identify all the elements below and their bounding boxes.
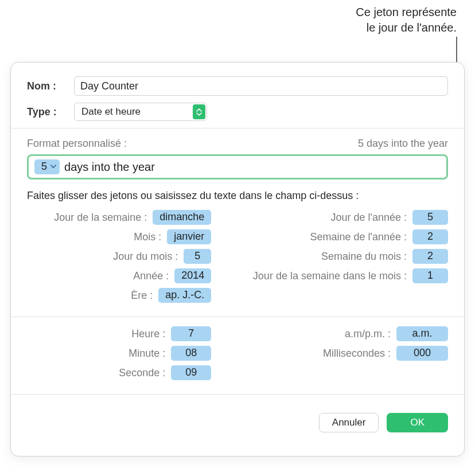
format-token-day-of-year[interactable]: 5: [34, 159, 60, 174]
date-tokens-right: Jour de l'année : 5 Semaine de l'année :…: [223, 210, 448, 303]
token-label: Semaine du mois :: [223, 251, 407, 263]
token-row-day-of-month: Jour du mois : 5: [27, 249, 211, 264]
token-label: Jour du mois :: [27, 251, 178, 263]
token-label: Heure :: [27, 328, 165, 340]
token-month[interactable]: janvier: [167, 229, 211, 244]
date-tokens-area: Jour de la semaine : dimanche Mois : jan…: [11, 210, 464, 312]
format-literal-text: days into the year: [64, 161, 155, 174]
token-row-second: Seconde : 09: [27, 365, 211, 380]
time-tokens-left: Heure : 7 Minute : 08 Seconde : 09: [27, 326, 211, 380]
token-day-of-month[interactable]: 5: [184, 249, 211, 264]
token-row-hour: Heure : 7: [27, 326, 211, 341]
dialog-window: Nom : Type : Date et heure Format person…: [10, 62, 465, 457]
format-label: Format personnalisé :: [27, 138, 127, 150]
name-label: Nom :: [27, 80, 74, 92]
instruction-text: Faites glisser des jetons ou saisissez d…: [11, 190, 464, 202]
token-row-month: Mois : janvier: [27, 229, 211, 244]
type-select[interactable]: Date et heure: [74, 103, 207, 121]
token-day-of-year[interactable]: 5: [412, 210, 448, 225]
token-minute[interactable]: 08: [171, 346, 211, 361]
token-row-week-of-year: Semaine de l'année : 2: [223, 229, 448, 244]
token-week-of-year[interactable]: 2: [412, 229, 448, 244]
token-weekday-in-month[interactable]: 1: [412, 268, 448, 283]
type-label: Type :: [27, 106, 74, 118]
ok-button[interactable]: OK: [387, 413, 448, 432]
token-row-year: Année : 2014: [27, 268, 211, 283]
token-label: Année :: [27, 270, 169, 282]
token-row-weekday: Jour de la semaine : dimanche: [27, 210, 211, 225]
token-row-week-of-month: Semaine du mois : 2: [223, 249, 448, 264]
name-input[interactable]: [74, 76, 448, 96]
token-ampm[interactable]: a.m.: [396, 326, 448, 341]
type-value: Date et heure: [81, 106, 141, 118]
callout-line-1: Ce jeton représente: [356, 5, 457, 20]
button-bar: Annuler OK: [11, 404, 464, 432]
callout-annotation: Ce jeton représente le jour de l'année.: [356, 5, 457, 36]
token-row-milliseconds: Millisecondes : 000: [223, 346, 448, 361]
select-stepper-icon: [193, 104, 205, 119]
time-tokens-area: Heure : 7 Minute : 08 Seconde : 09 a.m/p…: [11, 326, 464, 389]
token-label: a.m/p.m. :: [223, 328, 391, 340]
date-tokens-left: Jour de la semaine : dimanche Mois : jan…: [27, 210, 211, 303]
token-row-ampm: a.m/p.m. : a.m.: [223, 326, 448, 341]
token-hour[interactable]: 7: [171, 326, 211, 341]
token-row-day-of-year: Jour de l'année : 5: [223, 210, 448, 225]
token-label: Seconde :: [27, 367, 165, 379]
cancel-button[interactable]: Annuler: [319, 413, 379, 432]
time-tokens-right: a.m/p.m. : a.m. Millisecondes : 000: [223, 326, 448, 380]
token-year[interactable]: 2014: [174, 268, 211, 283]
divider: [11, 317, 464, 317]
divider: [11, 394, 464, 395]
token-milliseconds[interactable]: 000: [396, 346, 448, 361]
token-label: Minute :: [27, 348, 165, 360]
token-label: Jour de la semaine :: [27, 212, 147, 224]
token-row-weekday-in-month: Jour de la semaine dans le mois : 1: [223, 268, 448, 283]
token-week-of-month[interactable]: 2: [412, 249, 448, 264]
format-preview: 5 days into the year: [358, 138, 448, 150]
token-value: 5: [41, 161, 47, 173]
token-row-era: Ère : ap. J.-C.: [27, 288, 211, 303]
token-label: Semaine de l'année :: [223, 231, 407, 243]
chevron-down-icon: [50, 165, 56, 169]
token-label: Ère :: [27, 290, 153, 302]
divider: [11, 128, 464, 128]
token-label: Millisecondes :: [223, 348, 391, 360]
format-header: Format personnalisé : 5 days into the ye…: [11, 138, 464, 150]
token-era[interactable]: ap. J.-C.: [158, 288, 211, 303]
token-weekday[interactable]: dimanche: [153, 210, 211, 225]
name-row: Nom :: [11, 76, 464, 96]
token-label: Jour de la semaine dans le mois :: [223, 270, 407, 282]
type-row: Type : Date et heure: [11, 103, 464, 121]
token-label: Jour de l'année :: [223, 212, 407, 224]
format-field[interactable]: 5 days into the year: [27, 154, 448, 180]
token-label: Mois :: [27, 231, 161, 243]
token-second[interactable]: 09: [171, 365, 211, 380]
token-row-minute: Minute : 08: [27, 346, 211, 361]
callout-line-2: le jour de l'année.: [356, 20, 457, 36]
